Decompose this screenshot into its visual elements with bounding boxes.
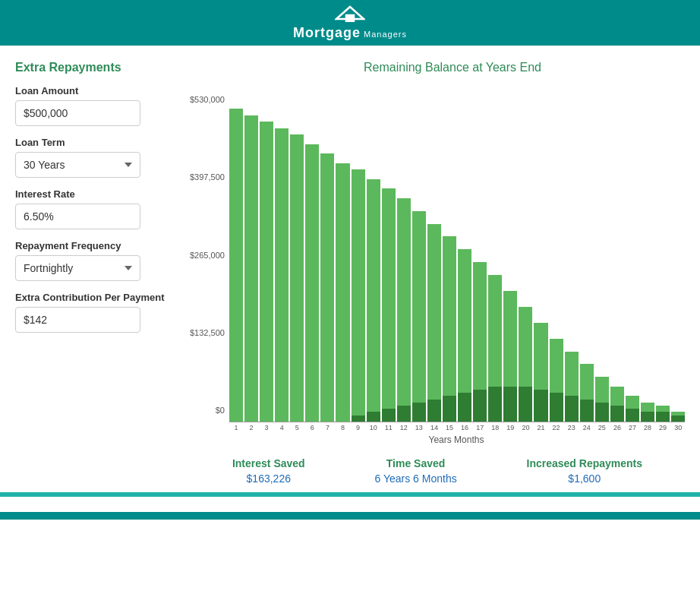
bar-segment-light — [626, 396, 639, 409]
header: Mortgage Managers — [0, 0, 700, 46]
loan-amount-input[interactable] — [15, 100, 140, 126]
bar-segment-dark — [534, 390, 547, 422]
chart-area: $530,000 $397,500 $265,000 $132,500 $0 1… — [190, 82, 685, 431]
bar — [336, 163, 349, 422]
time-saved: Time Saved 6 Years 6 Months — [374, 457, 456, 485]
x-label: 11 — [382, 424, 396, 431]
bar-segment-light — [290, 134, 304, 422]
repayment-freq-group: Repayment Frequency Weekly Fortnightly M… — [15, 240, 182, 281]
main-content: Extra Repayments Loan Amount Loan Term 1… — [0, 46, 700, 492]
bar-segment-light — [473, 262, 487, 390]
bar-wrapper — [244, 115, 258, 422]
bar-segment-light — [305, 144, 319, 422]
bar-segment-dark — [367, 412, 380, 422]
x-label: 20 — [519, 424, 532, 431]
bar-wrapper — [671, 412, 685, 422]
bar-segment-light — [412, 211, 426, 403]
summary-row: Interest Saved $163,226 Time Saved 6 Yea… — [190, 457, 685, 485]
left-panel: Extra Repayments Loan Amount Loan Term 1… — [15, 61, 182, 485]
x-label: 29 — [656, 424, 670, 431]
bar-segment-dark — [565, 396, 579, 422]
bar-wrapper — [503, 291, 517, 422]
bar-segment-light — [550, 339, 563, 393]
bar-wrapper — [290, 134, 304, 422]
bar-segment-light — [244, 115, 258, 422]
bar-segment-light — [427, 224, 441, 400]
bar-segment-dark — [397, 406, 411, 422]
bar — [229, 109, 243, 422]
bar — [610, 387, 624, 422]
bar-segment-light — [320, 153, 334, 422]
bar-segment-dark — [626, 409, 639, 422]
bar-segment-light — [275, 128, 289, 422]
x-label: 22 — [550, 424, 563, 431]
interest-rate-input[interactable] — [15, 204, 140, 229]
logo: Mortgage Managers — [293, 5, 407, 41]
increased-repayments-label: Increased Repayments — [527, 457, 643, 469]
bar-segment-dark — [580, 400, 594, 422]
x-label: 23 — [565, 424, 579, 431]
bar — [580, 364, 594, 422]
bar — [397, 198, 411, 422]
x-label: 1 — [229, 424, 243, 431]
x-label: 9 — [352, 424, 365, 431]
bar-wrapper — [320, 153, 334, 422]
y-label-2: $132,500 — [190, 329, 225, 337]
bar-segment-dark — [610, 406, 624, 422]
extra-contribution-group: Extra Contribution Per Payment — [15, 292, 182, 333]
bar — [427, 224, 441, 422]
interest-saved-label: Interest Saved — [232, 457, 305, 469]
bar — [641, 403, 654, 422]
bar-segment-dark — [473, 390, 487, 422]
years-months-label: Years Months — [228, 434, 685, 445]
time-saved-label: Time Saved — [374, 457, 456, 469]
bar-wrapper — [488, 275, 502, 422]
bar-wrapper — [336, 163, 349, 422]
bar-segment-dark — [382, 409, 396, 422]
bar-segment-dark — [550, 393, 563, 422]
bar-wrapper — [580, 364, 594, 422]
bar-wrapper — [412, 211, 426, 422]
bar — [244, 115, 258, 422]
bar — [671, 412, 685, 422]
bar-segment-dark — [412, 403, 426, 422]
bar-segment-light — [534, 323, 547, 390]
bar-segment-light — [641, 403, 654, 412]
x-label: 14 — [427, 424, 441, 431]
extra-contribution-label: Extra Contribution Per Payment — [15, 292, 182, 303]
bar — [656, 406, 670, 422]
y-axis: $530,000 $397,500 $265,000 $132,500 $0 — [190, 96, 225, 415]
x-label: 4 — [275, 424, 289, 431]
bar — [260, 122, 273, 422]
bar — [382, 188, 396, 422]
bar-wrapper — [443, 236, 456, 422]
bar-wrapper — [534, 323, 547, 422]
bar-wrapper — [519, 307, 532, 422]
loan-term-label: Loan Term — [15, 137, 182, 148]
loan-term-select[interactable]: 10 Years 15 Years 20 Years 25 Years 30 Y… — [15, 152, 140, 178]
chart-title: Remaining Balance at Years End — [220, 61, 685, 74]
x-label: 10 — [367, 424, 380, 431]
bar — [443, 236, 456, 422]
time-saved-value: 6 Years 6 Months — [374, 472, 456, 485]
bar-segment-dark — [458, 393, 471, 422]
bar-segment-light — [367, 179, 380, 412]
extra-contribution-input[interactable] — [15, 307, 140, 333]
bar — [595, 377, 609, 422]
x-label: 15 — [443, 424, 456, 431]
bar-segment-dark — [503, 387, 517, 422]
svg-rect-1 — [345, 14, 355, 22]
repayment-freq-select[interactable]: Weekly Fortnightly Monthly — [15, 255, 140, 281]
x-label: 2 — [244, 424, 258, 431]
bar-wrapper — [352, 169, 365, 422]
increased-repayments: Increased Repayments $1,600 — [527, 457, 643, 485]
bar-segment-light — [397, 198, 411, 406]
bar — [534, 323, 547, 422]
bar-segment-dark — [443, 396, 456, 422]
bar-segment-dark — [488, 387, 502, 422]
x-label: 17 — [473, 424, 487, 431]
x-label: 6 — [305, 424, 319, 431]
bar-segment-dark — [641, 412, 654, 422]
bar-segment-dark — [352, 416, 365, 422]
bar-wrapper — [595, 377, 609, 422]
